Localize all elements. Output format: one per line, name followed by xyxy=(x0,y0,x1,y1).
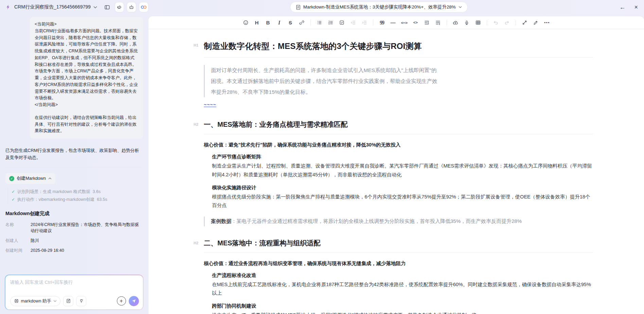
input-controls: markdown 助手 + xyxy=(10,296,139,306)
user-message-bubble: <当前问题> 当前CRM行业面临着多方面的问题。技术层面，数据安全问题日益突出，… xyxy=(30,17,143,139)
insert-line-below-icon[interactable] xyxy=(433,18,443,27)
robot-assistant-icon[interactable] xyxy=(127,2,136,12)
editor-toolbar: H B I S 99 — <⋯> <> xyxy=(148,16,644,29)
blockquote-icon[interactable]: 99 xyxy=(377,18,387,27)
horizontal-rule-icon[interactable]: — xyxy=(388,18,398,27)
meta-label: 创建人 xyxy=(5,238,31,244)
redo-icon[interactable] xyxy=(502,18,512,27)
upload-cloud-icon[interactable] xyxy=(451,18,461,27)
meta-row-creator: 创建人 陈川 xyxy=(5,238,142,244)
agent-selector-label: markdown 助手 xyxy=(21,298,52,304)
toolbar-separator xyxy=(373,20,373,25)
markdown-editor: H B I S 99 — <⋯> <> xyxy=(148,16,644,314)
assistant-message: 已为您生成CRM行业发展报告，包含市场现状、政策影响、趋势分析及竞争对手动态。 xyxy=(5,147,142,161)
block-title: 跨部门协同机制建设 xyxy=(212,303,593,309)
block-body: 在MES上线前完成工艺路线标准化，某机电企业将原187种工艺路径整合为42类标准… xyxy=(212,280,593,297)
tool-pill-label: 创建Markdown xyxy=(17,175,46,181)
undo-icon[interactable] xyxy=(491,18,501,27)
step-check-icon: ✓ xyxy=(12,196,15,204)
core-value-line: 核心价值：避免"技术先行"陷阱，确保系统功能与业务痛点精准对接，降低30%的无效… xyxy=(204,142,593,148)
assistant-atom-icon xyxy=(14,298,19,303)
section-heading: 二、MES落地中：流程重构与组织适配 xyxy=(204,239,593,253)
toolbar-separator xyxy=(487,20,487,25)
document-title[interactable]: CRM行业洞察报告_1756456669799 xyxy=(14,4,91,10)
code-block-icon[interactable]: <> xyxy=(411,18,421,27)
italic-icon[interactable]: I xyxy=(274,18,284,27)
heading-icon[interactable]: H xyxy=(252,18,262,27)
h2-gutter-label: H2 xyxy=(194,122,198,126)
fullscreen-icon[interactable] xyxy=(520,18,530,27)
outdent-icon[interactable] xyxy=(348,18,358,27)
chat-input[interactable] xyxy=(10,279,139,296)
idea-button[interactable] xyxy=(76,296,86,306)
meta-value: 2024年CRM行业发展报告：市场趋势、竞争格局与数据驱动行动建议 xyxy=(31,222,142,234)
more-options-icon[interactable]: ⋯ xyxy=(542,18,552,27)
toolbar-separator xyxy=(310,20,311,25)
add-attachment-button[interactable]: + xyxy=(117,296,126,306)
meta-row-created-time: 创建时间 2025-08-29 16:40 xyxy=(5,247,142,254)
doc-file-icon xyxy=(296,5,301,10)
sidebar-toggle-icon[interactable] xyxy=(103,2,112,12)
case-data-text: ：某电子元器件企业通过精准需求梳理，将原计划的全模块上线调整为分阶段实施，首年投… xyxy=(231,218,522,224)
infinity-icon[interactable] xyxy=(139,2,148,12)
block-title: 生产环节痛点诊断矩阵 xyxy=(212,154,593,160)
core-value-line: 核心价值：通过业务流程再造与组织变革管理，确保系统与现有体系无缝集成，减少落地阻… xyxy=(204,260,593,267)
content-block: 生产流程标准化改造 在MES上线前完成工艺路线标准化，某机电企业将原187种工艺… xyxy=(212,272,593,314)
step-time: 3.6s xyxy=(93,188,101,196)
app-logo-icon xyxy=(5,4,11,10)
h2-gutter-label: H2 xyxy=(194,241,198,245)
announcement-icon[interactable] xyxy=(115,2,124,12)
topbar-left: CRM行业洞察报告_1756456669799 xyxy=(5,2,148,12)
case-data-blockquote: 案例数据：某电子元器件企业通过精准需求梳理，将原计划的全模块上线调整为分阶段实施… xyxy=(204,216,593,226)
result-title: Markdown创建完成 xyxy=(5,210,148,217)
toolbar-separator xyxy=(447,20,447,25)
inline-code-icon[interactable]: <⋯> xyxy=(399,18,409,27)
chevron-up-icon xyxy=(48,177,52,179)
tilde-link[interactable]: ~~~~ xyxy=(204,102,216,107)
section-2: H2 二、MES落地中：流程重构与组织适配 核心价值：通过业务流程再造与组织变革… xyxy=(204,239,593,314)
agent-selector[interactable]: markdown 助手 xyxy=(10,296,61,306)
link-icon[interactable] xyxy=(297,18,307,27)
template-doc-button[interactable] xyxy=(63,296,73,306)
send-button[interactable] xyxy=(129,296,139,306)
indent-icon[interactable] xyxy=(359,18,369,27)
chevron-down-icon xyxy=(53,300,57,302)
tool-step: ✓ 执行动作：vibemarketing-markdown创建 63.5s xyxy=(12,196,148,204)
meta-row-name: 名称 2024年CRM行业发展报告：市场趋势、竞争格局与数据驱动行动建议 xyxy=(5,222,142,234)
content-block: 生产环节痛点诊断矩阵 制造企业需从生产计划、过程控制、质量追溯、设备管理四大维度… xyxy=(212,154,593,210)
chat-panel: <当前问题> 当前CRM行业面临着多方面的问题。技术层面，数据安全问题日益突出，… xyxy=(0,14,148,314)
active-doc-selector[interactable]: Markdown-制造业MES系统落地：3关键步骤实现降本20%+、效率提升28… xyxy=(290,2,468,13)
edit-pencil-icon[interactable] xyxy=(531,18,541,27)
emoji-icon[interactable] xyxy=(241,18,251,27)
bullet-list-icon[interactable] xyxy=(315,18,324,27)
bold-icon[interactable]: B xyxy=(263,18,273,27)
topbar-center: Markdown-制造业MES系统落地：3关键步骤实现降本20%+、效率提升28… xyxy=(148,2,609,13)
microphone-icon[interactable] xyxy=(462,18,472,27)
meta-value: 陈川 xyxy=(31,238,142,244)
active-doc-label: Markdown-制造业MES系统落地：3关键步骤实现降本20%+、效率提升28… xyxy=(303,4,456,10)
strikethrough-icon[interactable]: S xyxy=(286,18,296,27)
ordered-list-icon[interactable] xyxy=(326,18,336,27)
task-list-icon[interactable] xyxy=(337,18,347,27)
chat-divider xyxy=(5,167,142,168)
top-bar: CRM行业洞察报告_1756456669799 Markdown-制造业MES系… xyxy=(0,0,644,14)
back-button[interactable]: ← xyxy=(619,4,625,11)
chat-scroll-area[interactable]: <当前问题> 当前CRM行业面临着多方面的问题。技术层面，数据安全问题日益突出，… xyxy=(0,14,148,271)
template-doc-icon xyxy=(66,298,71,303)
step-time: 63.5s xyxy=(97,196,107,204)
step-label: 执行动作：vibemarketing-markdown创建 xyxy=(17,196,94,204)
document-body[interactable]: H1 制造业数字化转型：MES系统落地的3个关键步骤与ROI测算 面对订单交付周… xyxy=(148,29,644,314)
toolbar-separator xyxy=(516,20,516,25)
result-meta: 名称 2024年CRM行业发展报告：市场趋势、竞争格局与数据驱动行动建议 创建人… xyxy=(5,222,142,254)
meta-label: 名称 xyxy=(5,222,31,234)
block-body: 制造企业需从生产计划、过程控制、质量追溯、设备管理四大维度开展自我诊断。某汽车零… xyxy=(212,162,593,179)
title-chevron-down-icon[interactable] xyxy=(93,6,97,8)
block-title: 生产流程标准化改造 xyxy=(212,272,593,279)
h1-gutter-label: H1 xyxy=(194,43,198,47)
table-icon[interactable] xyxy=(473,18,483,27)
create-markdown-toggle[interactable]: ✓ 创建Markdown xyxy=(5,173,55,184)
insert-line-above-icon[interactable] xyxy=(422,18,432,27)
meta-value: 2025-08-29 16:40 xyxy=(31,247,142,254)
close-button[interactable]: × xyxy=(634,4,638,11)
tool-steps: ✓ 识别到场景：生成 markdown 格式数据 3.6s ✓ 执行动作：vib… xyxy=(7,188,148,204)
